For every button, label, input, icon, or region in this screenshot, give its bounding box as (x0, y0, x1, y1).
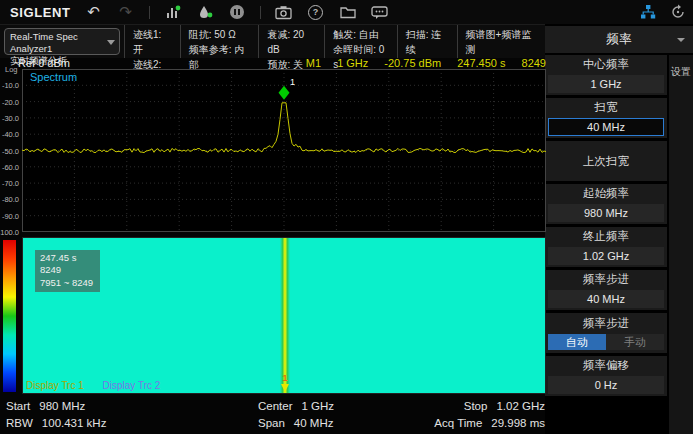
settings-info-bar: Real-Time Spec Analyzer1 实时频谱分析 迹线1: 开迹线… (0, 24, 545, 58)
mode-selector-dropdown[interactable]: Real-Time Spec Analyzer1 实时频谱分析 (4, 28, 120, 55)
screenshot-icon[interactable] (275, 3, 293, 21)
frequency-menu-panel: 频率 中心频率1 GHz扫宽40 MHz上次扫宽起始频率980 MHz终止频率1… (545, 24, 693, 434)
menu-item-0[interactable]: 中心频率1 GHz (545, 55, 667, 95)
menu-item-label: 扫宽 (545, 100, 667, 115)
spectrogram-info-overlay: 247.45 s 8249 7951 ~ 8249 (35, 250, 100, 292)
spectrogram-plot[interactable]: 247.45 s 8249 7951 ~ 8249 Display Trc 1 … (22, 237, 546, 394)
signal-stripe (280, 238, 290, 393)
network-icon[interactable] (639, 3, 657, 21)
help-icon[interactable]: ? (307, 3, 325, 21)
menu-item-label: 上次扫宽 (545, 154, 667, 169)
waterfall-marker-1[interactable]: 1 (276, 374, 294, 392)
marker-time: 247.450 s (457, 57, 505, 69)
y-tick-label: -50.0 (2, 147, 19, 156)
info-cell-0: 迹线1: 开迹线2: 开 (124, 25, 180, 58)
spectrum-window-label: Spectrum (30, 71, 77, 83)
marker-amplitude: -20.75 dBm (384, 57, 441, 69)
menu-item-label: 频率步进 (545, 272, 667, 287)
y-tick-label: -20.0 (2, 98, 19, 107)
menu-item-label: 中心频率 (545, 57, 667, 72)
y-tick-label: -80.0 (2, 195, 19, 204)
y-tick-label: -90.0 (2, 212, 19, 221)
marker-frequency: 1 GHz (337, 57, 368, 69)
menu-item-value[interactable]: 980 MHz (548, 204, 664, 222)
y-tick-label: -100.0 (0, 228, 19, 237)
marker-id: M1 (306, 57, 321, 69)
amplitude-colorbar (3, 240, 16, 392)
info-cell-3: 触发: 自由余晖时间: 0 s (324, 25, 396, 58)
marker-down-arrow-icon (281, 384, 289, 392)
y-tick-label: -60.0 (2, 163, 19, 172)
top-toolbar: SIGLENT ↶ ↷ (0, 0, 693, 24)
y-tick-label: -70.0 (2, 179, 19, 188)
status-stop: Stop1.02 GHz (464, 400, 545, 412)
message-icon[interactable] (371, 3, 389, 21)
y-tick-label: -10.0 (2, 81, 19, 90)
add-spectrum-trace-icon[interactable] (164, 3, 182, 21)
menu-title-dropdown[interactable]: 频率 (545, 26, 693, 53)
info-cell-4: 扫描: 连续 (397, 25, 457, 58)
undo-icon[interactable]: ↶ (85, 3, 103, 21)
chevron-down-icon (107, 40, 115, 45)
overlay-sweep: 8249 (40, 264, 93, 276)
add-waterfall-icon[interactable] (196, 3, 214, 21)
toolbar-divider (149, 6, 150, 19)
y-tick-label: -40.0 (2, 130, 19, 139)
menu-item-value[interactable]: 40 MHz (548, 290, 664, 308)
menu-item-label: 终止频率 (545, 229, 667, 244)
marker-readout: M1 1 GHz -20.75 dBm 247.450 s 8249 (306, 57, 546, 69)
spectrum-plot[interactable]: Spectrum 1 (22, 69, 546, 232)
toggle-option-1[interactable]: 手动 (606, 334, 664, 350)
menu-item-1[interactable]: 扫宽40 MHz (545, 98, 667, 138)
menu-item-4[interactable]: 终止频率1.02 GHz (545, 227, 667, 267)
toolbar-divider (260, 6, 261, 19)
info-cell-2: 衰减: 20 dB预放: 关 (258, 25, 324, 58)
ref-level-label: Ref 0 dBm (18, 57, 70, 69)
menu-items: 中心频率1 GHz扫宽40 MHz上次扫宽起始频率980 MHz终止频率1.02… (545, 55, 667, 396)
display-trace-labels: Display Trc 1 Display Trc 2 (26, 380, 160, 391)
auto-manual-toggle: 自动手动 (548, 334, 664, 350)
menu-item-3[interactable]: 起始频率980 MHz (545, 184, 667, 224)
status-span: Span40 MHz (258, 417, 333, 429)
info-cells: 迹线1: 开迹线2: 开阻抗: 50 Ω频率参考: 内部衰减: 20 dB预放:… (124, 25, 545, 58)
svg-text:1: 1 (290, 77, 295, 87)
menu-title: 频率 (607, 31, 632, 48)
overlay-time: 247.45 s (40, 252, 93, 264)
menu-item-value[interactable]: 1 GHz (548, 75, 664, 93)
marker-1-diamond[interactable] (279, 86, 290, 100)
file-icon[interactable] (339, 3, 357, 21)
menu-item-6[interactable]: 频率步进自动手动 (545, 313, 667, 353)
menu-item-label: 频率步进 (545, 316, 667, 331)
status-acq-time: Acq Time29.998 ms (434, 417, 545, 429)
pause-icon[interactable] (228, 3, 246, 21)
status-center: Center1 GHz (258, 400, 334, 412)
siglent-logo: SIGLENT (10, 5, 71, 20)
display-trc1-label[interactable]: Display Trc 1 (26, 380, 84, 391)
analyzer-app: SIGLENT ↶ ↷ (0, 0, 693, 434)
info-cell-5: 频谱图+频谱监测 (457, 25, 545, 58)
info-cell-1: 阻抗: 50 Ω频率参考: 内部 (180, 25, 259, 58)
mode-name: Real-Time Spec Analyzer1 (10, 31, 105, 55)
redo-icon[interactable]: ↷ (117, 3, 135, 21)
menu-item-value[interactable]: 40 MHz (548, 118, 664, 136)
overlay-range: 7951 ~ 8249 (40, 277, 93, 289)
menu-item-5[interactable]: 频率步进40 MHz (545, 270, 667, 310)
spectrum-trace-canvas: 1 (22, 69, 546, 232)
menu-item-label: 频率偏移 (545, 358, 667, 373)
status-start: Start980 MHz (6, 400, 85, 412)
tab-settings[interactable]: 设置 (668, 55, 693, 434)
display-trc2-label[interactable]: Display Trc 2 (103, 380, 161, 391)
menu-item-value[interactable]: 0 Hz (548, 376, 664, 394)
marker-sweep-index: 8249 (522, 57, 546, 69)
amplitude-axis: Log -10.0-20.0-30.0-40.0-50.0-60.0-70.0-… (0, 65, 20, 237)
menu-item-7[interactable]: 频率偏移0 Hz (545, 356, 667, 396)
preset-icon[interactable] (669, 3, 687, 21)
status-rbw: RBW100.431 kHz (6, 417, 106, 429)
menu-item-value[interactable]: 1.02 GHz (548, 247, 664, 265)
menu-item-2[interactable]: 上次扫宽 (545, 141, 667, 181)
toggle-option-0[interactable]: 自动 (548, 334, 606, 350)
chevron-down-icon (677, 38, 685, 42)
scale-type-label: Log (5, 65, 18, 74)
menu-item-label: 起始频率 (545, 186, 667, 201)
y-tick-label: -30.0 (2, 114, 19, 123)
